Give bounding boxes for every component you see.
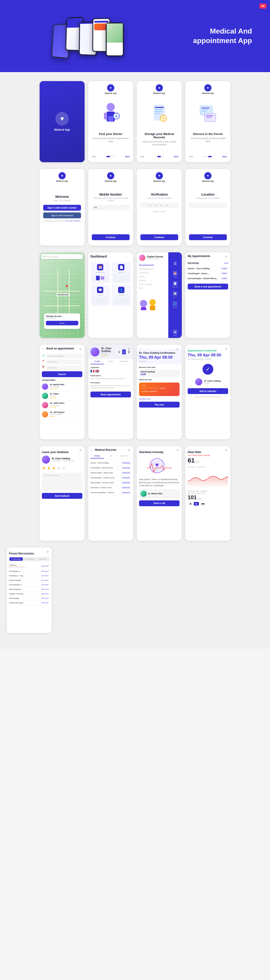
facebook-signin-btn[interactable]: Sign in with Facebook — [43, 212, 81, 218]
mobile-input[interactable]: +00 — [92, 205, 129, 210]
add-calendar-btn[interactable]: Add to calendar — [188, 388, 228, 394]
change-number-link[interactable]: Change number — [153, 211, 166, 213]
doctor-item-3[interactable]: Dr. Jeff Sanjiva Gynaecologist ★★★☆☆ — [42, 410, 82, 419]
doctor-item-1[interactable]: Dr. Claire Dentist ★★★★☆ — [42, 391, 82, 401]
star-3[interactable]: ★ — [52, 465, 56, 471]
settings-gear-icon[interactable]: ⚙ — [224, 255, 228, 259]
complications-tab[interactable]: Complications — [23, 557, 36, 561]
specialty-filter[interactable]: Doctor / Specialties — [46, 354, 82, 358]
doctor-item-2[interactable]: Dr. Julien Morx Neurologist ★★★★☆ — [42, 401, 82, 410]
payment-card[interactable]: VISA **** **** **** 3456 SOPHIE GARNIER — [139, 383, 180, 396]
date-filter[interactable]: Select Date — [46, 366, 82, 370]
heartrate-gear-icon[interactable]: ⚙ — [224, 448, 228, 452]
goto-btn[interactable]: Go to — [46, 321, 78, 325]
forum-back-icon[interactable]: ← — [9, 550, 13, 554]
confirm-back-icon[interactable]: ← — [139, 347, 143, 351]
download-btn-1[interactable]: Download — [121, 466, 131, 469]
book-appt-btn[interactable]: Book appointment — [90, 391, 131, 398]
sidebar-item-appts[interactable]: 📅 Appts — [170, 271, 180, 278]
sidebar-item-logout[interactable]: ⏏ Logout — [170, 329, 180, 336]
star-4[interactable]: ★ — [57, 465, 61, 471]
profile-back-icon[interactable]: ← — [90, 347, 95, 351]
download-btn-6[interactable]: Download — [121, 492, 131, 494]
literature-tab[interactable]: Literature — [36, 557, 49, 561]
menu-icon[interactable]: ☰ — [170, 261, 180, 266]
lab-tab[interactable]: Lab — [104, 454, 117, 458]
profile-tab[interactable]: Profile — [90, 359, 104, 364]
next-btn-3[interactable]: Next — [222, 156, 227, 158]
otp-input[interactable]: - - - - — [141, 202, 178, 208]
records-gear-icon[interactable]: ⚙ — [127, 448, 131, 452]
dash-account-card[interactable]: 👤 Account — [112, 285, 131, 306]
feedback-tab[interactable]: Feedback — [117, 359, 131, 364]
see-more-4[interactable]: See more > — [41, 584, 49, 585]
star-1[interactable]: ★ — [42, 465, 46, 471]
community-tab[interactable]: Community — [9, 557, 23, 561]
notify-btn-1[interactable]: Notify — [221, 272, 228, 275]
star-2[interactable]: ★ — [47, 465, 51, 471]
download-btn-4[interactable]: Download — [121, 481, 131, 484]
hr-play-btn[interactable]: ▶ — [194, 502, 199, 506]
verify-continue-btn[interactable]: Continue — [141, 234, 178, 240]
dash-appointments-card[interactable]: 📅 Appointments — [90, 262, 110, 283]
confirm-gear-icon[interactable]: ⚙ — [175, 347, 180, 351]
records-back-icon[interactable]: ← — [90, 448, 95, 452]
download-btn-2[interactable]: Download — [121, 471, 131, 474]
see-more-0[interactable]: See more > — [41, 565, 49, 567]
location-input[interactable] — [189, 202, 227, 208]
sidebar-item-account[interactable]: 👤 Account — [170, 301, 180, 308]
area-filter[interactable]: Select Area — [46, 360, 82, 364]
see-more-3[interactable]: See more > — [41, 579, 49, 581]
next-btn-2[interactable]: Next — [174, 156, 178, 158]
next-btn-1[interactable]: Next — [125, 156, 129, 158]
save-call-btn[interactable]: Save a call — [139, 500, 180, 506]
medicines-tab[interactable]: Medicines — [117, 454, 131, 458]
nav-my-appts[interactable]: My Appointments — [139, 263, 166, 267]
confirmed-back-icon[interactable]: ← — [188, 347, 192, 351]
see-more-6[interactable]: See more > — [41, 593, 49, 595]
feedback-gear-icon[interactable]: ⚙ — [78, 448, 82, 452]
skip-btn-1[interactable]: Skip — [92, 156, 96, 158]
sidebar-item-forum[interactable]: 💬 Forum — [170, 291, 180, 298]
see-more-1[interactable]: See more > — [41, 570, 49, 572]
see-more-5[interactable]: See more > — [41, 589, 49, 590]
skip-btn-3[interactable]: Skip — [189, 156, 193, 158]
find-btn[interactable]: Find — [224, 262, 228, 264]
hr-next-btn[interactable]: ▶▶ — [200, 502, 207, 506]
download-btn-3[interactable]: Download — [121, 476, 131, 479]
nav-help[interactable]: Help — [139, 286, 166, 290]
submit-feedback-btn[interactable]: Add feedback — [42, 493, 82, 499]
profile-gear-icon[interactable]: ⚙ — [127, 347, 131, 351]
download-btn-0[interactable]: Download — [121, 461, 131, 464]
doctor-item-0[interactable]: Dr. Martin Pilot Cardiologist ★★★★★ — [42, 382, 82, 391]
heartrate-back-icon[interactable]: ← — [188, 448, 192, 452]
clinic-tab[interactable]: Clinic — [104, 359, 117, 364]
anomaly-back-icon[interactable]: ← — [139, 448, 143, 452]
map-search[interactable]: 🔍 Search location... — [41, 254, 83, 259]
feedback-back-icon[interactable]: ← — [42, 448, 46, 452]
manage-cards-link[interactable]: Manage cards — [139, 398, 180, 400]
nav-statistics[interactable]: Statistics — [139, 278, 166, 282]
sidebar-item-records[interactable]: 📄 Records — [170, 281, 180, 288]
date-thu[interactable]: Thu14 — [117, 349, 121, 355]
see-more-2[interactable]: See more > — [41, 575, 49, 576]
nav-new-appt[interactable]: New Appointment — [139, 267, 166, 271]
dash-forum-card[interactable]: 💬 Forum — [90, 285, 110, 306]
clinics-tab[interactable]: Clinics — [90, 454, 104, 458]
notify-btn-0[interactable]: Notify — [221, 267, 228, 270]
book-back-icon[interactable]: ← — [42, 347, 46, 351]
search-btn[interactable]: Search — [42, 371, 82, 377]
star-5[interactable]: ★ — [62, 465, 66, 471]
see-more-7[interactable]: See more > — [41, 597, 49, 599]
notify-btn-2[interactable]: Notify — [221, 277, 228, 280]
dash-records-card[interactable]: 📄 Records — [112, 262, 131, 283]
forum-gear-icon[interactable]: ⚙ — [46, 550, 49, 554]
feedback-textarea[interactable]: Write your feedback — [42, 473, 82, 491]
anomaly-gear-icon[interactable]: ⚙ — [175, 448, 180, 452]
download-btn-5[interactable]: Download — [121, 487, 131, 489]
confirmed-gear-icon[interactable]: ⚙ — [224, 347, 228, 351]
mobile-continue-btn[interactable]: Continue — [92, 234, 129, 240]
book-gear-icon[interactable]: ⚙ — [78, 347, 82, 351]
skip-btn-2[interactable]: Skip — [141, 156, 144, 158]
nav-my-records[interactable]: My Records — [139, 271, 166, 275]
